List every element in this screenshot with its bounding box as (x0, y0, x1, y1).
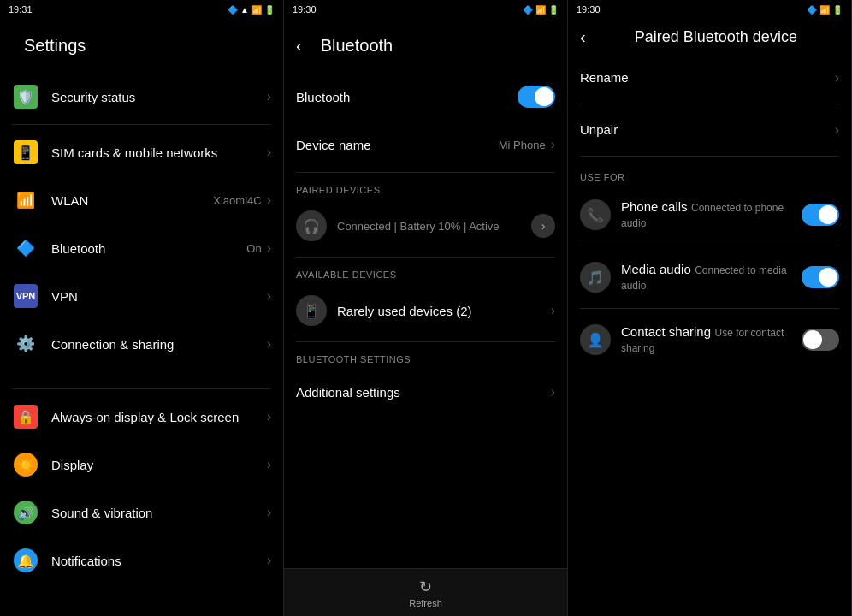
unpair-row[interactable]: Unpair › (568, 108, 851, 152)
chevron-unpair: › (835, 122, 839, 138)
signal-icon-3: 📶 (819, 5, 830, 15)
settings-panel: 19:31 🔷 ▲ 📶 🔋 Settings 🛡️ Security statu… (0, 0, 284, 616)
back-button-3[interactable]: ‹ (580, 27, 586, 47)
available-section-label: AVAILABLE DEVICES (284, 261, 567, 283)
divider-bt-3 (296, 341, 555, 342)
divider-rp-2 (580, 156, 839, 157)
sidebar-item-wlan[interactable]: 📶 WLAN Xiaomi4C › (0, 176, 283, 224)
media-audio-label: Media audio (621, 262, 691, 276)
device-name-value: Mi Phone (499, 139, 546, 151)
signal-icon-2: 📶 (535, 5, 546, 15)
refresh-bar[interactable]: ↻ Refresh (284, 568, 567, 616)
notifications-label: Notifications (51, 554, 267, 568)
paired-device-row[interactable]: 🎧 Connected | Battery 10% | Active › (284, 198, 567, 253)
sidebar-item-display[interactable]: ☀️ Display › (0, 441, 283, 489)
bluetooth-toggle-row[interactable]: Bluetooth (284, 73, 567, 121)
wlan-label: WLAN (51, 193, 213, 208)
bluetooth-icon: 🔷 (12, 234, 39, 262)
rename-row[interactable]: Rename › (568, 56, 851, 100)
media-audio-icon: 🎵 (580, 262, 611, 293)
sidebar-item-sound[interactable]: 🔊 Sound & vibration › (0, 489, 283, 536)
media-audio-knob (819, 268, 837, 287)
wifi-icon: 📶 (12, 187, 39, 214)
shield-icon: 🛡️ (12, 83, 39, 110)
sidebar-item-sim[interactable]: 📱 SIM cards & mobile networks › (0, 128, 283, 176)
bt-status-icon-2: 🔷 (523, 5, 533, 15)
sidebar-item-security[interactable]: 🛡️ Security status › (0, 73, 283, 121)
available-device-row[interactable]: 📱 Rarely used devices (2) › (284, 283, 567, 338)
use-for-section-label: USE FOR (568, 160, 851, 187)
settings-header: Settings (0, 19, 283, 73)
bt-status-icon-3: 🔷 (807, 5, 817, 15)
phone-calls-toggle[interactable] (802, 204, 839, 226)
bluetooth-header: ‹ Bluetooth (284, 19, 567, 73)
bluetooth-toggle-label: Bluetooth (296, 90, 518, 104)
back-button-2[interactable]: ‹ (296, 36, 302, 56)
media-audio-row[interactable]: 🎵 Media audio Connected to media audio (568, 250, 851, 305)
available-device-label: Rarely used devices (2) (337, 304, 551, 318)
bluetooth-panel: 19:30 🔷 📶 🔋 ‹ Bluetooth Bluetooth Device… (284, 0, 568, 616)
paired-device-list: Rename › Unpair › USE FOR 📞 Phone calls … (568, 56, 851, 616)
sidebar-item-notifications[interactable]: 🔔 Notifications › (0, 536, 283, 584)
device-name-row[interactable]: Device name Mi Phone › (284, 121, 567, 169)
bluetooth-label: Bluetooth (51, 241, 246, 256)
settings-title: Settings (24, 36, 86, 56)
battery-icon-3: 🔋 (832, 5, 843, 15)
battery-icon: 🔋 (264, 5, 275, 15)
additional-settings-label: Additional settings (296, 385, 551, 400)
chevron-display: › (267, 457, 271, 472)
rename-label: Rename (580, 70, 629, 85)
time-2: 19:30 (293, 4, 317, 15)
sidebar-item-vpn[interactable]: VPN VPN › (0, 272, 283, 320)
divider-rp-4 (580, 308, 839, 309)
status-icons-2: 🔷 📶 🔋 (523, 5, 559, 15)
bluetooth-status-icon: 🔷 (228, 5, 238, 15)
bluetooth-settings-list: Bluetooth Device name Mi Phone › PAIRED … (284, 73, 567, 568)
paired-device-icon: 🎧 (296, 210, 327, 241)
bluetooth-title: Bluetooth (309, 27, 555, 64)
display-label: Display (51, 458, 267, 472)
sim-label: SIM cards & mobile networks (51, 145, 267, 160)
phone-calls-icon: 📞 (580, 199, 611, 230)
notifications-icon: 🔔 (12, 547, 39, 574)
time-1: 19:31 (9, 4, 33, 15)
paired-device-settings-btn[interactable]: › (531, 214, 555, 238)
contact-sharing-row[interactable]: 👤 Contact sharing Use for contact sharin… (568, 312, 851, 367)
sidebar-item-lock-screen[interactable]: 🔒 Always-on display & Lock screen › (0, 393, 283, 441)
lock-label: Always-on display & Lock screen (51, 410, 267, 424)
additional-settings-row[interactable]: Additional settings › (284, 368, 567, 416)
chevron-vpn: › (267, 288, 271, 304)
wifi-status-icon: 📶 (251, 5, 262, 15)
signal-icon: ▲ (240, 5, 249, 15)
phone-calls-knob (819, 205, 837, 224)
unpair-label: Unpair (580, 122, 618, 137)
contact-sharing-label: Contact sharing (621, 324, 711, 339)
paired-section-label: PAIRED DEVICES (284, 176, 567, 198)
chevron-connection: › (267, 336, 271, 352)
sidebar-item-bluetooth[interactable]: 🔷 Bluetooth On › (0, 224, 283, 272)
phone-calls-row[interactable]: 📞 Phone calls Connected to phone audio (568, 187, 851, 242)
bluetooth-value: On (246, 242, 261, 255)
bluetooth-toggle[interactable] (518, 86, 555, 108)
battery-icon-2: 🔋 (548, 5, 559, 15)
divider-rp-3 (580, 246, 839, 246)
sound-label: Sound & vibration (51, 506, 267, 520)
sound-icon: 🔊 (12, 499, 39, 526)
toggle-knob-bt (535, 87, 553, 106)
vpn-label: VPN (51, 289, 267, 304)
connection-icon: ⚙️ (12, 330, 39, 358)
status-icons-1: 🔷 ▲ 📶 🔋 (228, 5, 275, 15)
media-audio-toggle[interactable] (802, 266, 839, 288)
wlan-value: Xiaomi4C (213, 194, 261, 207)
chevron-device-name: › (551, 137, 555, 152)
divider-2 (12, 388, 271, 389)
chevron-additional: › (551, 384, 555, 400)
paired-device-info: Connected | Battery 10% | Active (337, 220, 531, 233)
chevron-wlan: › (267, 192, 271, 208)
contact-sharing-toggle[interactable] (802, 329, 839, 351)
chevron-sim: › (267, 145, 271, 160)
sidebar-item-connection[interactable]: ⚙️ Connection & sharing › (0, 320, 283, 368)
status-icons-3: 🔷 📶 🔋 (807, 5, 843, 15)
contact-sharing-knob (803, 330, 822, 349)
divider-1 (12, 124, 271, 125)
